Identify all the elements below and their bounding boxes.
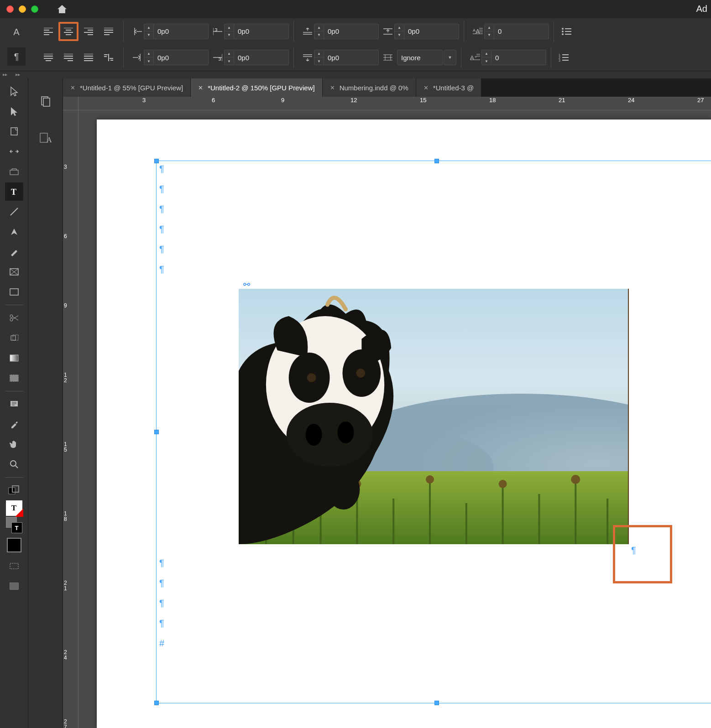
tab-label: *Untitled-3 @ [433, 84, 474, 92]
line-tool[interactable] [5, 203, 23, 221]
space-between-input[interactable] [404, 24, 459, 39]
character-mode-button[interactable]: A [7, 23, 26, 42]
rectangle-tool[interactable] [5, 283, 23, 301]
close-tab-icon[interactable]: ✕ [198, 84, 203, 91]
window-close-button[interactable] [6, 5, 14, 13]
right-indent-input[interactable] [154, 50, 209, 65]
left-indent-input[interactable] [154, 24, 209, 39]
baseline-dropdown-button[interactable]: ▼ [444, 50, 456, 65]
svg-point-38 [499, 480, 507, 488]
bullets-button[interactable] [559, 27, 574, 36]
justify-center-button[interactable] [38, 48, 58, 67]
numbering-button[interactable]: 123 [556, 53, 571, 62]
page-tool[interactable] [5, 122, 23, 140]
space-before-input[interactable] [324, 24, 379, 39]
right-indent-spinner[interactable]: ▲▼ [144, 50, 154, 65]
view-options-button[interactable] [5, 577, 23, 595]
frame-handle[interactable] [434, 159, 439, 163]
space-after-spinner[interactable]: ▲▼ [314, 50, 324, 65]
baseline-select[interactable] [397, 50, 443, 65]
svg-rect-17 [10, 355, 18, 361]
type-tool[interactable]: T [5, 182, 23, 201]
space-between-spinner[interactable]: ▲▼ [394, 24, 404, 39]
free-transform-tool[interactable] [5, 329, 23, 347]
placed-image-frame[interactable]: ⚯ [239, 289, 629, 544]
last-line-spinner[interactable]: ▲▼ [224, 50, 234, 65]
text-frame[interactable]: ¶ ¶ ¶ ¶ ¶ ¶ ¶ ¶ ¶ ¶ # ⚯ [156, 161, 711, 703]
ruler-origin[interactable] [63, 97, 78, 110]
justify-left-button[interactable] [99, 22, 119, 41]
drop-cap-chars-input[interactable] [491, 50, 546, 65]
align-left-button[interactable] [38, 22, 58, 41]
align-towards-spine-button[interactable] [99, 48, 119, 67]
svg-point-46 [306, 424, 322, 446]
canvas[interactable]: ¶ ¶ ¶ ¶ ¶ ¶ ¶ ¶ ¶ ¶ # ⚯ [78, 110, 711, 728]
home-button[interactable] [57, 4, 68, 14]
svg-point-44 [356, 369, 365, 378]
selection-tool[interactable] [5, 82, 23, 100]
direct-selection-tool[interactable] [5, 102, 23, 120]
drop-cap-chars-icon: A⁺ [469, 53, 481, 62]
panel-expander[interactable]: ▶▶ ▶▶ [0, 71, 711, 78]
justify-all-button[interactable] [78, 48, 99, 67]
document-tab-3[interactable]: ✕Numbering.indd @ 0% [323, 78, 416, 97]
first-line-spinner[interactable]: ▲▼ [224, 24, 234, 39]
document-tab-4[interactable]: ✕*Untitled-3 @ [416, 78, 481, 97]
formatting-text-swatch[interactable]: T [6, 500, 22, 516]
gap-tool[interactable] [5, 142, 23, 161]
svg-point-3 [562, 33, 564, 35]
window-minimize-button[interactable] [19, 5, 26, 13]
pen-tool[interactable] [5, 223, 23, 241]
first-line-indent-group: ▲▼ [211, 24, 289, 39]
baseline-group: ▼ [382, 50, 456, 65]
frame-handle[interactable] [154, 701, 159, 705]
frame-handle[interactable] [154, 430, 159, 434]
last-line-indent-group: ▲▼ [211, 50, 289, 65]
scissors-tool[interactable] [5, 309, 23, 327]
note-tool[interactable] [5, 395, 23, 413]
drop-cap-lines-spinner[interactable]: ▲▼ [484, 24, 494, 39]
apply-color-swatch[interactable] [7, 538, 21, 552]
container-text-toggle[interactable]: T [5, 516, 23, 534]
space-before-spinner[interactable]: ▲▼ [314, 24, 324, 39]
screen-mode-button[interactable] [5, 557, 23, 575]
drop-cap-lines-input[interactable] [494, 24, 549, 39]
align-center-button[interactable] [58, 22, 78, 41]
fill-stroke-swap[interactable] [5, 481, 23, 499]
rectangle-frame-tool[interactable] [5, 263, 23, 281]
placed-image [239, 289, 628, 544]
close-tab-icon[interactable]: ✕ [423, 84, 429, 91]
close-tab-icon[interactable]: ✕ [70, 84, 75, 91]
zoom-tool[interactable] [5, 455, 23, 473]
align-right-button[interactable] [78, 22, 99, 41]
last-line-indent-icon [211, 54, 224, 61]
drop-cap-chars-spinner[interactable]: ▲▼ [481, 50, 491, 65]
space-after-input[interactable] [324, 50, 379, 65]
horizontal-ruler[interactable]: 3 6 9 12 15 18 21 24 27 [78, 97, 711, 110]
pencil-tool[interactable] [5, 243, 23, 261]
eyedropper-tool[interactable] [5, 415, 23, 433]
vertical-ruler[interactable]: 3 6 9 12 15 18 21 24 27 [63, 110, 78, 728]
svg-text:3: 3 [559, 59, 560, 62]
last-line-input[interactable] [234, 50, 289, 65]
svg-text:A⁺: A⁺ [470, 54, 477, 61]
close-tab-icon[interactable]: ✕ [330, 84, 335, 91]
hand-tool[interactable] [5, 435, 23, 453]
first-line-input[interactable] [234, 24, 289, 39]
space-after-icon [301, 54, 314, 61]
svg-point-48 [271, 467, 307, 521]
paragraph-mode-button[interactable]: ¶ [7, 47, 26, 66]
frame-handle[interactable] [434, 701, 439, 705]
window-maximize-button[interactable] [31, 5, 38, 13]
left-indent-spinner[interactable]: ▲▼ [144, 24, 154, 39]
pages-panel-button[interactable] [37, 92, 55, 110]
frame-handle[interactable] [154, 159, 159, 163]
document-tab-2[interactable]: ✕*Untitled-2 @ 150% [GPU Preview] [191, 78, 323, 97]
gradient-swatch-tool[interactable] [5, 349, 23, 367]
document-tab-1[interactable]: ✕*Untitled-1 @ 55% [GPU Preview] [63, 78, 191, 97]
content-collector-tool[interactable] [5, 162, 23, 181]
gradient-feather-tool[interactable] [5, 369, 23, 387]
character-styles-panel-button[interactable]: A [37, 129, 55, 147]
justify-right-button[interactable] [58, 48, 78, 67]
svg-rect-28 [43, 98, 50, 106]
